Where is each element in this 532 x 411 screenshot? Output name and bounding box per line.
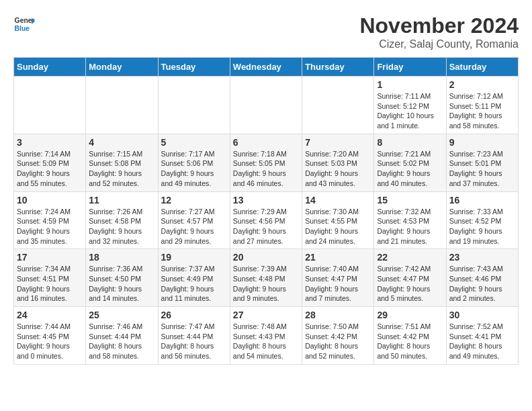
calendar-cell: 22Sunrise: 7:42 AM Sunset: 4:47 PM Dayli… — [374, 249, 446, 307]
day-number: 1 — [377, 79, 443, 90]
day-number: 27 — [233, 310, 299, 320]
day-info: Sunrise: 7:20 AM Sunset: 5:03 PM Dayligh… — [305, 149, 371, 189]
day-number: 12 — [161, 195, 227, 205]
calendar-cell: 6Sunrise: 7:18 AM Sunset: 5:05 PM Daylig… — [230, 134, 302, 191]
day-header-friday: Friday — [374, 58, 446, 77]
day-info: Sunrise: 7:23 AM Sunset: 5:01 PM Dayligh… — [449, 149, 515, 189]
day-number: 20 — [233, 252, 299, 263]
day-number: 3 — [17, 137, 83, 148]
day-info: Sunrise: 7:11 AM Sunset: 5:12 PM Dayligh… — [377, 91, 443, 131]
day-number: 11 — [89, 195, 154, 205]
subtitle: Cizer, Salaj County, Romania — [359, 38, 519, 50]
calendar-cell: 10Sunrise: 7:24 AM Sunset: 4:59 PM Dayli… — [14, 191, 86, 249]
day-number: 25 — [89, 310, 154, 320]
calendar-cell: 12Sunrise: 7:27 AM Sunset: 4:57 PM Dayli… — [158, 191, 230, 249]
main-title: November 2024 — [359, 13, 519, 38]
day-header-wednesday: Wednesday — [230, 58, 302, 77]
calendar-cell: 20Sunrise: 7:39 AM Sunset: 4:48 PM Dayli… — [230, 249, 302, 307]
calendar-cell: 18Sunrise: 7:36 AM Sunset: 4:50 PM Dayli… — [86, 249, 158, 307]
day-number: 6 — [233, 137, 299, 148]
calendar-cell: 21Sunrise: 7:40 AM Sunset: 4:47 PM Dayli… — [302, 249, 374, 307]
calendar-cell: 25Sunrise: 7:46 AM Sunset: 4:44 PM Dayli… — [86, 307, 158, 365]
day-number: 24 — [17, 310, 83, 320]
calendar-cell: 11Sunrise: 7:26 AM Sunset: 4:58 PM Dayli… — [86, 191, 158, 249]
logo-icon: General Blue — [13, 13, 35, 35]
day-info: Sunrise: 7:42 AM Sunset: 4:47 PM Dayligh… — [377, 264, 443, 304]
day-number: 14 — [305, 195, 371, 205]
header: General Blue November 2024 Cizer, Salaj … — [13, 13, 519, 50]
calendar-cell: 19Sunrise: 7:37 AM Sunset: 4:49 PM Dayli… — [158, 249, 230, 307]
calendar-table: SundayMondayTuesdayWednesdayThursdayFrid… — [13, 57, 519, 365]
day-info: Sunrise: 7:14 AM Sunset: 5:09 PM Dayligh… — [17, 149, 83, 189]
day-number: 26 — [161, 310, 227, 320]
day-number: 7 — [305, 137, 371, 148]
day-number: 16 — [449, 195, 515, 205]
day-number: 17 — [17, 252, 83, 263]
day-number: 4 — [89, 137, 154, 148]
day-number: 10 — [17, 195, 83, 205]
calendar-cell: 30Sunrise: 7:52 AM Sunset: 4:41 PM Dayli… — [446, 307, 518, 365]
calendar-cell: 23Sunrise: 7:43 AM Sunset: 4:46 PM Dayli… — [446, 249, 518, 307]
day-info: Sunrise: 7:29 AM Sunset: 4:56 PM Dayligh… — [233, 207, 299, 246]
day-header-monday: Monday — [86, 58, 158, 77]
day-info: Sunrise: 7:37 AM Sunset: 4:49 PM Dayligh… — [161, 264, 227, 304]
day-number: 2 — [449, 79, 515, 90]
day-number: 8 — [377, 137, 443, 148]
day-info: Sunrise: 7:52 AM Sunset: 4:41 PM Dayligh… — [449, 322, 515, 361]
day-info: Sunrise: 7:39 AM Sunset: 4:48 PM Dayligh… — [233, 264, 299, 304]
day-number: 28 — [305, 310, 371, 320]
day-number: 29 — [377, 310, 443, 320]
calendar-cell: 7Sunrise: 7:20 AM Sunset: 5:03 PM Daylig… — [302, 134, 374, 191]
calendar-cell: 9Sunrise: 7:23 AM Sunset: 5:01 PM Daylig… — [446, 134, 518, 191]
day-number: 30 — [449, 310, 515, 320]
calendar-cell: 17Sunrise: 7:34 AM Sunset: 4:51 PM Dayli… — [14, 249, 86, 307]
day-header-sunday: Sunday — [14, 58, 86, 77]
header-row: SundayMondayTuesdayWednesdayThursdayFrid… — [14, 58, 519, 77]
day-number: 22 — [377, 252, 443, 263]
calendar-cell: 28Sunrise: 7:50 AM Sunset: 4:42 PM Dayli… — [302, 307, 374, 365]
calendar-cell: 29Sunrise: 7:51 AM Sunset: 4:42 PM Dayli… — [374, 307, 446, 365]
calendar-cell: 16Sunrise: 7:33 AM Sunset: 4:52 PM Dayli… — [446, 191, 518, 249]
title-block: November 2024 Cizer, Salaj County, Roman… — [359, 13, 519, 50]
day-info: Sunrise: 7:51 AM Sunset: 4:42 PM Dayligh… — [377, 322, 443, 361]
day-info: Sunrise: 7:40 AM Sunset: 4:47 PM Dayligh… — [305, 264, 371, 304]
calendar-cell: 4Sunrise: 7:15 AM Sunset: 5:08 PM Daylig… — [86, 134, 158, 191]
day-number: 18 — [89, 252, 154, 263]
day-number: 23 — [449, 252, 515, 263]
week-row-4: 17Sunrise: 7:34 AM Sunset: 4:51 PM Dayli… — [14, 249, 519, 307]
day-info: Sunrise: 7:27 AM Sunset: 4:57 PM Dayligh… — [161, 207, 227, 246]
day-number: 19 — [161, 252, 227, 263]
calendar-cell — [230, 77, 302, 134]
day-info: Sunrise: 7:44 AM Sunset: 4:45 PM Dayligh… — [17, 322, 83, 361]
day-info: Sunrise: 7:46 AM Sunset: 4:44 PM Dayligh… — [89, 322, 154, 361]
day-info: Sunrise: 7:15 AM Sunset: 5:08 PM Dayligh… — [89, 149, 154, 189]
calendar-cell: 1Sunrise: 7:11 AM Sunset: 5:12 PM Daylig… — [374, 77, 446, 134]
day-header-saturday: Saturday — [446, 58, 518, 77]
calendar-cell — [14, 77, 86, 134]
day-info: Sunrise: 7:17 AM Sunset: 5:06 PM Dayligh… — [161, 149, 227, 189]
week-row-2: 3Sunrise: 7:14 AM Sunset: 5:09 PM Daylig… — [14, 134, 519, 191]
svg-text:Blue: Blue — [15, 25, 30, 32]
week-row-3: 10Sunrise: 7:24 AM Sunset: 4:59 PM Dayli… — [14, 191, 519, 249]
day-info: Sunrise: 7:24 AM Sunset: 4:59 PM Dayligh… — [17, 207, 83, 246]
day-info: Sunrise: 7:48 AM Sunset: 4:43 PM Dayligh… — [233, 322, 299, 361]
day-info: Sunrise: 7:33 AM Sunset: 4:52 PM Dayligh… — [449, 207, 515, 246]
day-info: Sunrise: 7:18 AM Sunset: 5:05 PM Dayligh… — [233, 149, 299, 189]
day-info: Sunrise: 7:26 AM Sunset: 4:58 PM Dayligh… — [89, 207, 154, 246]
day-info: Sunrise: 7:12 AM Sunset: 5:11 PM Dayligh… — [449, 91, 515, 131]
calendar-cell: 8Sunrise: 7:21 AM Sunset: 5:02 PM Daylig… — [374, 134, 446, 191]
calendar-cell: 13Sunrise: 7:29 AM Sunset: 4:56 PM Dayli… — [230, 191, 302, 249]
calendar-cell: 27Sunrise: 7:48 AM Sunset: 4:43 PM Dayli… — [230, 307, 302, 365]
calendar-cell: 15Sunrise: 7:32 AM Sunset: 4:53 PM Dayli… — [374, 191, 446, 249]
day-info: Sunrise: 7:34 AM Sunset: 4:51 PM Dayligh… — [17, 264, 83, 304]
day-number: 9 — [449, 137, 515, 148]
logo: General Blue — [13, 13, 35, 35]
day-info: Sunrise: 7:50 AM Sunset: 4:42 PM Dayligh… — [305, 322, 371, 361]
day-header-thursday: Thursday — [302, 58, 374, 77]
day-info: Sunrise: 7:47 AM Sunset: 4:44 PM Dayligh… — [161, 322, 227, 361]
day-info: Sunrise: 7:36 AM Sunset: 4:50 PM Dayligh… — [89, 264, 154, 304]
calendar-cell — [158, 77, 230, 134]
day-number: 13 — [233, 195, 299, 205]
day-number: 5 — [161, 137, 227, 148]
calendar-cell: 24Sunrise: 7:44 AM Sunset: 4:45 PM Dayli… — [14, 307, 86, 365]
